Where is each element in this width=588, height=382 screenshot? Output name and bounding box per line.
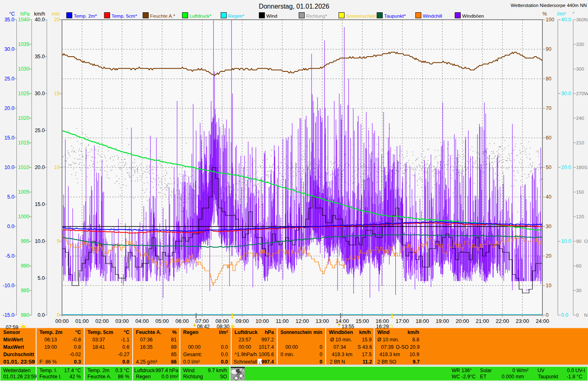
svg-text:10.0: 10.0: [5, 165, 14, 170]
svg-text:00:00: 00:00: [285, 344, 298, 350]
svg-text:1005: 1005: [18, 189, 30, 195]
svg-text:0.0: 0.0: [221, 359, 228, 365]
svg-text:25.0: 25.0: [35, 128, 45, 133]
svg-text:19:00: 19:00: [44, 344, 57, 350]
svg-text:O-SO 20.9: O-SO 20.9: [396, 344, 420, 350]
svg-text:l/m²: l/m²: [557, 11, 566, 17]
svg-text:°C: °C: [124, 329, 129, 335]
svg-text:20: 20: [546, 253, 551, 259]
svg-text:S 43.6: S 43.6: [358, 344, 372, 350]
svg-text:86: 86: [171, 359, 177, 365]
svg-text:hPa: hPa: [21, 11, 30, 17]
svg-text:09:00: 09:00: [235, 318, 249, 324]
svg-text:85: 85: [171, 352, 177, 357]
svg-text:18:41: 18:41: [92, 344, 105, 350]
svg-text:980: 980: [21, 312, 30, 318]
svg-text:Wetterdaten: Wetterdaten: [3, 368, 30, 373]
svg-text:0.0 l/m²: 0.0 l/m²: [183, 359, 200, 365]
svg-text:Luftdruck*: Luftdruck*: [190, 13, 212, 19]
svg-text:1015: 1015: [18, 140, 30, 146]
svg-text:60: 60: [546, 135, 551, 141]
svg-text:Windchill: Windchill: [423, 13, 442, 19]
svg-text:20.0: 20.0: [35, 165, 45, 170]
svg-text:419.3 km: 419.3 km: [379, 352, 400, 357]
svg-text:5: 5: [57, 238, 60, 244]
svg-text:Gesamt:: Gesamt:: [183, 352, 202, 357]
svg-text:11.2: 11.2: [363, 359, 372, 365]
svg-text:Temp. I.: Temp. I.: [39, 368, 57, 373]
svg-text:Sonnenschein: Sonnenschein: [280, 329, 312, 335]
svg-text:20.0: 20.0: [5, 105, 14, 111]
svg-text:0.8: 0.8: [74, 344, 81, 350]
svg-text:0: 0: [319, 352, 322, 357]
svg-text:Durchschnitt: Durchschnitt: [3, 352, 34, 357]
svg-text:11:00: 11:00: [276, 318, 289, 324]
svg-text:40: 40: [546, 194, 551, 200]
svg-text:06:42: 06:42: [197, 324, 210, 329]
svg-text:30: 30: [576, 288, 582, 293]
svg-text:0.000 mm: 0.000 mm: [502, 374, 524, 380]
svg-text:81: 81: [171, 337, 177, 343]
svg-text:1030: 1030: [18, 66, 30, 72]
svg-text:40.0: 40.0: [35, 17, 45, 23]
svg-text:02:00: 02:00: [95, 318, 109, 324]
svg-text:0.0 l/m²: 0.0 l/m²: [161, 374, 178, 380]
svg-text:1010: 1010: [18, 165, 30, 170]
svg-text:30: 30: [546, 224, 551, 229]
svg-text:20.0: 20.0: [561, 165, 571, 170]
svg-text:03:00: 03:00: [115, 318, 129, 324]
svg-text:-5.0: -5.0: [5, 253, 14, 259]
svg-text:60: 60: [576, 263, 582, 269]
svg-text:0: 0: [576, 312, 579, 318]
svg-text:01.01.26 23:59: 01.01.26 23:59: [3, 374, 37, 380]
svg-text:°C: °C: [9, 11, 15, 17]
svg-text:16:29: 16:29: [376, 324, 389, 329]
svg-text:Luftdruck: Luftdruck: [134, 368, 155, 373]
svg-text:10.9: 10.9: [409, 352, 419, 357]
svg-text:0.0: 0.0: [7, 224, 14, 229]
svg-text:hPa: hPa: [265, 329, 274, 335]
svg-text:14:00: 14:00: [335, 318, 349, 324]
svg-text:240: 240: [576, 115, 584, 121]
svg-text:300: 300: [576, 66, 584, 72]
svg-text:00:00: 00:00: [55, 318, 69, 324]
svg-text:01.01. 23:59: 01.01. 23:59: [3, 359, 35, 365]
svg-text:1000: 1000: [18, 214, 30, 220]
svg-text:Taupunkt*: Taupunkt*: [384, 13, 406, 19]
svg-text:1025: 1025: [18, 91, 30, 96]
svg-text:80: 80: [546, 76, 551, 82]
svg-text:00:00: 00:00: [239, 344, 251, 350]
svg-text:W: W: [584, 91, 588, 96]
svg-text:0: 0: [319, 344, 322, 350]
svg-text:20: 20: [54, 17, 60, 23]
svg-text:Temp. 2m: Temp. 2m: [39, 329, 62, 335]
svg-text:23:57: 23:57: [239, 337, 251, 343]
svg-text:1017.4: 1017.4: [259, 344, 274, 350]
svg-text:0 min.: 0 min.: [280, 352, 294, 357]
svg-text:01:00: 01:00: [75, 318, 89, 324]
svg-text:23:00: 23:00: [516, 318, 529, 324]
svg-text:2 Bft SO: 2 Bft SO: [377, 359, 396, 365]
svg-text:Luftdruck: Luftdruck: [234, 329, 257, 335]
svg-text:WR 136°: WR 136°: [452, 368, 472, 373]
svg-text:100: 100: [546, 17, 554, 23]
svg-text:0: 0: [319, 359, 322, 365]
svg-text:990: 990: [21, 263, 30, 269]
svg-text:17.4 °C: 17.4 °C: [64, 368, 81, 373]
svg-text:00:00: 00:00: [188, 344, 201, 350]
svg-text:Wind: Wind: [377, 329, 390, 335]
svg-text:15: 15: [54, 91, 60, 96]
svg-text:Solar: Solar: [480, 368, 492, 373]
svg-text:min: min: [52, 11, 60, 17]
svg-text:15.0: 15.0: [5, 135, 14, 141]
svg-text:km/h: km/h: [408, 329, 419, 335]
svg-text:995: 995: [21, 238, 30, 244]
svg-text:0.0: 0.0: [38, 312, 45, 318]
svg-text:180: 180: [576, 165, 584, 170]
svg-text:22:00: 22:00: [496, 318, 509, 324]
svg-text:SO: SO: [220, 374, 227, 380]
svg-text:0.3 °C: 0.3 °C: [115, 368, 129, 373]
svg-text:N: N: [584, 312, 588, 318]
svg-text:06:00: 06:00: [175, 318, 189, 324]
svg-text:0 W/m²: 0 W/m²: [512, 368, 528, 373]
